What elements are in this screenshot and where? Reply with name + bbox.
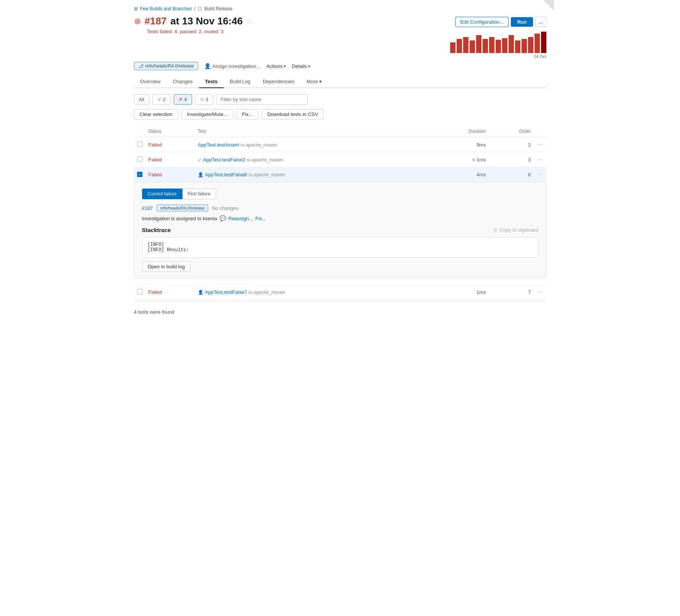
run-button[interactable]: Run — [511, 17, 533, 27]
chart-bar-8 — [502, 38, 507, 53]
row2-status: Failed — [145, 152, 195, 167]
breadcrumb-separator: / — [194, 6, 195, 11]
row4-test-cell: 👤 AppTest.testFalse7 ru.apache_maven — [195, 285, 430, 300]
edit-config-button[interactable]: Edit Configuration... — [455, 17, 509, 27]
chart-bar-0 — [450, 42, 455, 53]
chart-bar-14 — [541, 32, 546, 53]
tab-overview[interactable]: Overview — [134, 76, 167, 88]
table-row: Failed AppTest.testAssert ru.apache_mave… — [134, 137, 546, 152]
tab-tests[interactable]: Tests — [199, 76, 224, 88]
muted-circle-icon: ⊘ — [200, 97, 204, 102]
copy-icon: ⎘ — [494, 227, 497, 233]
row3-test-pkg: ru.apache_maven — [249, 172, 285, 177]
row1-checkbox-cell — [134, 137, 145, 152]
row1-test-name[interactable]: AppTest.testAssert — [198, 142, 239, 148]
build-number[interactable]: #187 — [145, 15, 167, 27]
row4-test-name[interactable]: AppTest.testFalse7 — [205, 289, 247, 295]
tab-build-log[interactable]: Build Log — [224, 76, 257, 88]
row2-test-name[interactable]: AppTest.testFalse2 — [203, 157, 246, 163]
tab-more[interactable]: More ▾ — [300, 76, 328, 88]
expanded-branch-tag[interactable]: refs/heads/R4.0/release — [157, 205, 208, 211]
current-failure-tab[interactable]: Current failure — [142, 189, 183, 199]
row3-more-button[interactable]: ··· — [537, 171, 543, 177]
chart-bar-7 — [496, 40, 501, 53]
more-button[interactable]: ... — [535, 17, 546, 27]
col-checkbox — [134, 127, 145, 137]
investigate-mute-button[interactable]: Investigate/Mute... — [181, 109, 233, 119]
details-button[interactable]: Details ▾ — [292, 63, 310, 69]
row1-more-button[interactable]: ··· — [537, 141, 543, 148]
filter-passed-button[interactable]: ✓ 2 — [152, 94, 171, 105]
footer-divider — [134, 301, 546, 302]
row4-checkbox[interactable] — [137, 289, 142, 294]
chart-bar-10 — [515, 40, 520, 53]
table-row: Failed ✓ AppTest.testFalse2 ru.apache_ma… — [134, 152, 546, 167]
build-title: ⊗ #187 at 13 Nov 16:46 ☆ — [134, 15, 253, 27]
row1-more-cell: ··· — [534, 137, 546, 152]
filter-muted-button[interactable]: ⊘ 3 — [195, 94, 213, 105]
tests-found: 4 tests were found — [134, 303, 546, 318]
filter-failed-button[interactable]: ✗ 4 — [174, 94, 192, 105]
expanded-row: Current failure First failure #187 refs/… — [134, 182, 546, 285]
row4-checkbox-cell — [134, 285, 145, 300]
row4-order: 7 — [489, 285, 534, 300]
row3-checkbox[interactable] — [137, 172, 142, 177]
first-failure-tab[interactable]: First failure — [183, 189, 216, 199]
tabs: Overview Changes Tests Build Log Depende… — [134, 76, 546, 88]
row3-test-cell: 👤 AppTest.testFalse6 ru.apache_maven — [195, 167, 430, 182]
details-arrow-icon: ▾ — [308, 64, 310, 68]
stacktrace-code: [INFO] [INFO] Results: — [142, 237, 538, 258]
open-in-build-log-button[interactable]: Open in build log — [142, 261, 191, 272]
action-buttons: Clear selection Investigate/Mute... Fix.… — [134, 109, 546, 119]
fix-button[interactable]: Fix... — [236, 109, 258, 119]
breadcrumb: ⊞ Few Builds and Branches / ☐ Build Rele… — [134, 6, 546, 11]
row2-checkbox[interactable] — [137, 156, 142, 162]
failure-tabs: Current failure First failure — [142, 189, 538, 199]
passed-check-icon: ✓ — [157, 97, 162, 102]
stacktrace-line-2: [INFO] Results: — [148, 247, 533, 253]
stacktrace-title: Stacktrace — [142, 227, 171, 233]
row3-investigate-icon: 👤 — [198, 172, 204, 177]
row4-status: Failed — [145, 285, 195, 300]
row2-more-cell: ··· — [534, 152, 546, 167]
copy-label: Copy to clipboard — [499, 227, 538, 233]
chart-label: 24 Oct — [533, 54, 546, 59]
row2-check-icon: ✓ — [198, 157, 202, 163]
assign-investigation-link[interactable]: 👤 Assign investigation... — [204, 63, 260, 69]
breadcrumb-parent[interactable]: Few Builds and Branches — [140, 6, 192, 11]
tab-changes[interactable]: Changes — [167, 76, 199, 88]
filter-test-name-input[interactable] — [216, 94, 308, 105]
investigation-text: Investigation is assigned to ksenia — [142, 216, 217, 221]
row2-more-button[interactable]: ··· — [537, 156, 543, 163]
copy-to-clipboard-button[interactable]: ⎘ Copy to clipboard — [494, 227, 538, 233]
table-row: Failed 👤 AppTest.testFalse6 ru.apache_ma… — [134, 167, 546, 182]
assign-label: Assign investigation... — [212, 63, 260, 69]
reassign-link[interactable]: Reassign... — [228, 216, 253, 221]
filter-row: All ✓ 2 ✗ 4 ⊘ 3 — [134, 94, 546, 105]
col-more — [534, 127, 546, 137]
tab-dependencies[interactable]: Dependencies — [257, 76, 300, 88]
filter-all-button[interactable]: All — [134, 94, 149, 105]
chart-bar-11 — [522, 39, 527, 53]
row1-checkbox[interactable] — [137, 142, 142, 147]
row1-test-cell: AppTest.testAssert ru.apache_maven — [195, 137, 430, 152]
row3-test-name[interactable]: AppTest.testFalse6 — [205, 172, 247, 177]
col-status: Status — [145, 127, 195, 137]
row3-status: Failed — [145, 167, 195, 182]
actions-button[interactable]: Actions ▾ — [267, 63, 286, 69]
fix-link[interactable]: Fix... — [255, 216, 266, 221]
col-duration: Duration — [430, 127, 489, 137]
row4-more-button[interactable]: ··· — [537, 289, 543, 295]
expanded-build-number[interactable]: #187 — [142, 205, 153, 211]
star-icon[interactable]: ☆ — [247, 17, 253, 26]
chart-bar-12 — [528, 37, 533, 53]
row2-test-cell: ✓ AppTest.testFalse2 ru.apache_maven — [195, 152, 430, 167]
failed-x-icon: ✗ — [179, 97, 183, 102]
row2-duration: < 1ms — [430, 152, 489, 167]
branch-tag[interactable]: ⎇ refs/heads/R4.0/release — [134, 62, 198, 70]
row2-order: 3 — [489, 152, 534, 167]
clear-selection-button[interactable]: Clear selection — [134, 109, 178, 119]
expanded-no-changes: No changes — [212, 205, 238, 211]
row3-duration: 4ms — [430, 167, 489, 182]
download-csv-button[interactable]: Download tests in CSV — [262, 109, 324, 119]
